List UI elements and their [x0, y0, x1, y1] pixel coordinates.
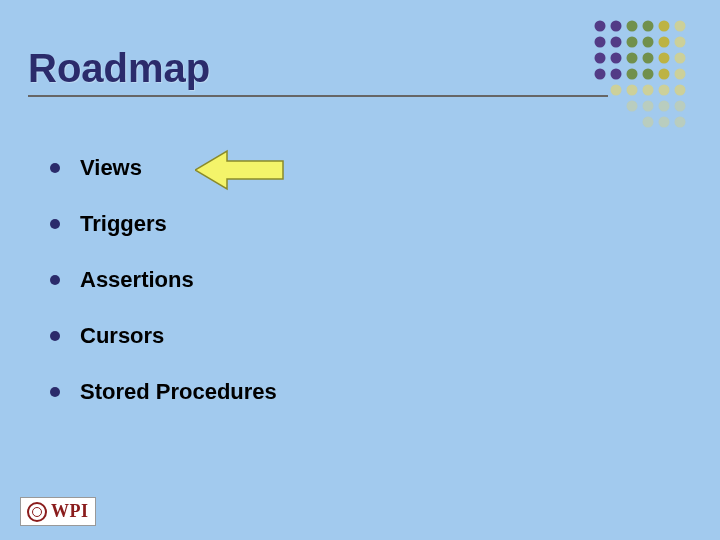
page-title: Roadmap	[28, 46, 210, 91]
svg-point-3	[643, 21, 654, 32]
list-item-label: Assertions	[80, 267, 194, 293]
svg-marker-36	[195, 151, 283, 189]
bullet-icon	[50, 275, 60, 285]
logo-text: WPI	[51, 501, 89, 522]
svg-point-34	[659, 117, 670, 128]
svg-point-14	[627, 53, 638, 64]
bullet-icon	[50, 387, 60, 397]
list-item-label: Triggers	[80, 211, 167, 237]
svg-point-29	[627, 101, 638, 112]
list-item-label: Stored Procedures	[80, 379, 277, 405]
svg-point-23	[675, 69, 686, 80]
svg-point-35	[675, 117, 686, 128]
svg-point-18	[595, 69, 606, 80]
bullet-icon	[50, 219, 60, 229]
list-item: Triggers	[50, 211, 277, 237]
svg-point-1	[611, 21, 622, 32]
svg-point-16	[659, 53, 670, 64]
svg-point-17	[675, 53, 686, 64]
svg-point-13	[611, 53, 622, 64]
current-item-arrow-icon	[195, 149, 285, 191]
svg-point-15	[643, 53, 654, 64]
logo-seal-icon	[27, 502, 47, 522]
svg-point-27	[659, 85, 670, 96]
list-item: Stored Procedures	[50, 379, 277, 405]
svg-point-22	[659, 69, 670, 80]
svg-point-19	[611, 69, 622, 80]
list-item: Cursors	[50, 323, 277, 349]
svg-point-32	[675, 101, 686, 112]
list-item-label: Views	[80, 155, 142, 181]
svg-point-25	[627, 85, 638, 96]
svg-point-11	[675, 37, 686, 48]
svg-point-31	[659, 101, 670, 112]
svg-point-26	[643, 85, 654, 96]
svg-point-20	[627, 69, 638, 80]
svg-point-12	[595, 53, 606, 64]
svg-point-7	[611, 37, 622, 48]
svg-point-30	[643, 101, 654, 112]
list-item-label: Cursors	[80, 323, 164, 349]
corner-dots-decoration	[592, 18, 702, 148]
svg-point-2	[627, 21, 638, 32]
svg-point-21	[643, 69, 654, 80]
svg-point-10	[659, 37, 670, 48]
list-item: Assertions	[50, 267, 277, 293]
bullet-list: Views Triggers Assertions Cursors Stored…	[50, 155, 277, 435]
svg-point-24	[611, 85, 622, 96]
bullet-icon	[50, 331, 60, 341]
wpi-logo: WPI	[20, 497, 96, 526]
svg-point-33	[643, 117, 654, 128]
svg-point-9	[643, 37, 654, 48]
svg-point-0	[595, 21, 606, 32]
bullet-icon	[50, 163, 60, 173]
svg-point-8	[627, 37, 638, 48]
svg-point-6	[595, 37, 606, 48]
svg-point-4	[659, 21, 670, 32]
svg-point-28	[675, 85, 686, 96]
svg-point-5	[675, 21, 686, 32]
title-underline	[28, 95, 608, 97]
